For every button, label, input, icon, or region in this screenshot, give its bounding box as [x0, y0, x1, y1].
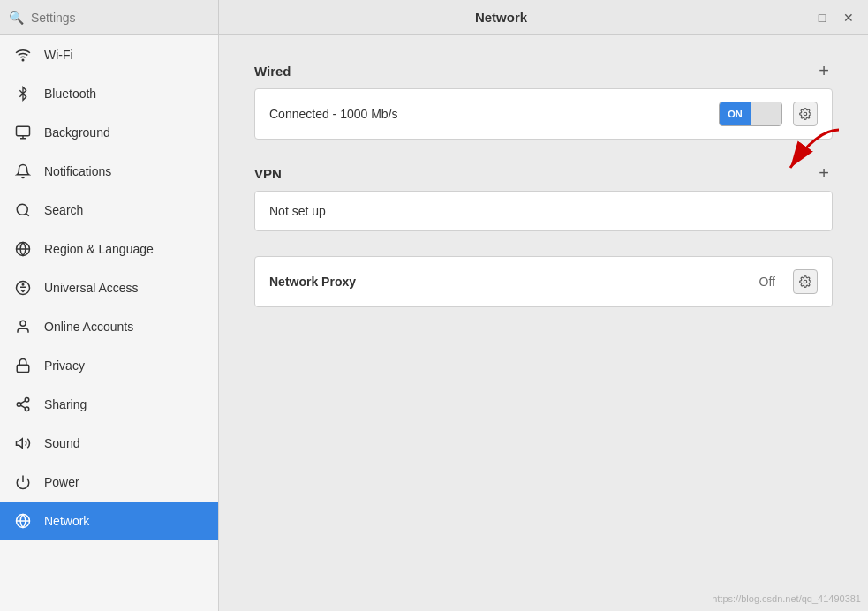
sidebar-item-region[interactable]: Region & Language: [0, 230, 218, 268]
toggle-off-side: [751, 102, 781, 125]
watermark: https://blog.csdn.net/qq_41490381: [712, 593, 861, 604]
sidebar-item-online-accounts[interactable]: Online Accounts: [0, 307, 218, 346]
content-area: Wired + Connected - 1000 Mb/s ON: [219, 35, 868, 611]
search-sidebar-icon: [14, 201, 32, 219]
sidebar-label-power: Power: [44, 475, 79, 489]
svg-point-7: [22, 284, 24, 286]
svg-point-8: [20, 321, 26, 326]
close-button[interactable]: ✕: [836, 7, 861, 28]
svg-marker-15: [17, 439, 23, 449]
wired-section-header: Wired +: [254, 62, 833, 79]
sidebar: Wi-Fi Bluetooth Background: [0, 35, 219, 611]
proxy-card: Network Proxy Off: [254, 256, 833, 307]
search-icon: 🔍: [9, 11, 24, 25]
svg-line-3: [26, 213, 28, 215]
universal-access-icon: [14, 279, 32, 297]
sidebar-item-power[interactable]: Power: [0, 463, 218, 502]
sidebar-label-universal-access: Universal Access: [44, 281, 139, 295]
wired-connection-row: Connected - 1000 Mb/s ON: [255, 89, 832, 139]
window-title: Network: [219, 10, 783, 25]
vpn-add-button[interactable]: +: [815, 164, 833, 182]
svg-rect-9: [17, 365, 29, 372]
power-icon: [14, 473, 32, 491]
sidebar-item-wifi[interactable]: Wi-Fi: [0, 35, 218, 74]
titlebar-search-area: 🔍: [0, 0, 219, 34]
wired-connection-card: Connected - 1000 Mb/s ON: [254, 88, 833, 140]
svg-line-14: [20, 401, 25, 404]
proxy-status: Off: [759, 275, 775, 289]
svg-rect-1: [17, 126, 30, 136]
wired-title: Wired: [254, 64, 291, 79]
wifi-icon: [14, 46, 32, 64]
online-accounts-icon: [14, 318, 32, 336]
vpn-status-row: Not set up: [255, 192, 832, 230]
notifications-icon: [14, 162, 32, 180]
sidebar-label-bluetooth: Bluetooth: [44, 87, 96, 101]
network-icon: [14, 512, 32, 530]
sound-icon: [14, 434, 32, 452]
titlebar: 🔍 Network – □ ✕: [0, 0, 868, 35]
sidebar-label-wifi: Wi-Fi: [44, 48, 73, 62]
wired-toggle-switch[interactable]: ON: [719, 102, 782, 126]
svg-point-10: [25, 398, 29, 403]
svg-point-12: [25, 407, 29, 411]
sidebar-label-search: Search: [44, 203, 83, 217]
sidebar-item-network[interactable]: Network: [0, 502, 218, 540]
proxy-settings-button[interactable]: [793, 269, 818, 294]
wired-section: Wired + Connected - 1000 Mb/s ON: [254, 62, 833, 140]
main-layout: Wi-Fi Bluetooth Background: [0, 35, 868, 611]
sharing-icon: [14, 396, 32, 413]
proxy-row: Network Proxy Off: [255, 257, 832, 306]
vpn-section: VPN + Not set up: [254, 164, 833, 231]
sidebar-label-sharing: Sharing: [44, 397, 87, 411]
wired-connection-label: Connected - 1000 Mb/s: [269, 107, 708, 121]
gear-icon: [799, 108, 811, 120]
sidebar-label-background: Background: [44, 125, 110, 140]
background-icon: [14, 124, 32, 141]
proxy-section: Network Proxy Off: [254, 256, 833, 307]
sidebar-item-privacy[interactable]: Privacy: [0, 346, 218, 385]
sidebar-label-privacy: Privacy: [44, 358, 85, 373]
window-controls: – □ ✕: [783, 7, 868, 28]
privacy-icon: [14, 357, 32, 374]
wired-toggle-container: ON: [719, 102, 782, 126]
vpn-status-label: Not set up: [269, 204, 818, 218]
maximize-button[interactable]: □: [810, 7, 834, 28]
sidebar-item-sharing[interactable]: Sharing: [0, 385, 218, 424]
sidebar-label-sound: Sound: [44, 436, 79, 450]
sidebar-item-bluetooth[interactable]: Bluetooth: [0, 74, 218, 113]
sidebar-label-online-accounts: Online Accounts: [44, 320, 133, 334]
wired-add-button[interactable]: +: [815, 62, 833, 79]
vpn-title: VPN: [254, 166, 282, 181]
vpn-status-card: Not set up: [254, 191, 833, 231]
sidebar-label-notifications: Notifications: [44, 164, 111, 178]
svg-point-19: [804, 112, 807, 116]
svg-point-2: [17, 204, 27, 215]
minimize-button[interactable]: –: [783, 7, 808, 28]
wired-settings-button[interactable]: [793, 102, 818, 126]
svg-line-13: [20, 405, 25, 408]
svg-point-0: [22, 59, 24, 61]
sidebar-item-universal-access[interactable]: Universal Access: [0, 268, 218, 307]
sidebar-label-region: Region & Language: [44, 242, 154, 256]
sidebar-item-notifications[interactable]: Notifications: [0, 152, 218, 191]
search-input[interactable]: [31, 11, 209, 25]
svg-point-21: [804, 280, 807, 283]
toggle-on-label: ON: [720, 102, 751, 125]
sidebar-item-search[interactable]: Search: [0, 191, 218, 230]
sidebar-label-network: Network: [44, 514, 89, 528]
sidebar-item-background[interactable]: Background: [0, 113, 218, 152]
proxy-label: Network Proxy: [269, 275, 749, 289]
sidebar-item-sound[interactable]: Sound: [0, 424, 218, 463]
bluetooth-icon: [14, 85, 32, 102]
gear-proxy-icon: [799, 275, 811, 288]
svg-point-11: [17, 403, 21, 407]
region-icon: [14, 240, 32, 258]
vpn-section-header: VPN +: [254, 164, 833, 182]
